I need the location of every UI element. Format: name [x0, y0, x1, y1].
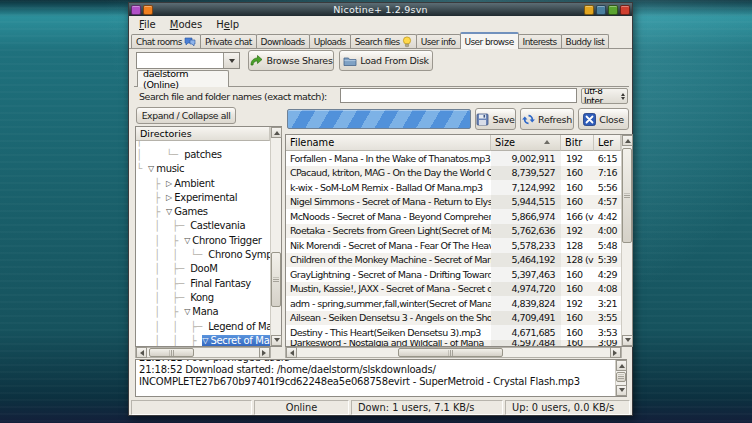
refresh-button[interactable]: Refresh: [520, 108, 574, 130]
scroll-left-button[interactable]: [286, 347, 297, 358]
tab-private-chat[interactable]: Private chat: [200, 34, 257, 49]
tree-item-legend-of-mana[interactable]: │ │ ├─ Legend of Mana: [136, 319, 270, 333]
file-row[interactable]: Ailsean - Seiken Densetsu 3 - Angels on …: [286, 311, 621, 326]
tab-chat-rooms[interactable]: Chat rooms: [131, 34, 201, 49]
expander-open-icon[interactable]: ▽: [184, 236, 190, 245]
log-vertical-scrollbar[interactable]: [615, 360, 626, 396]
scrollbar-thumb[interactable]: [149, 348, 194, 357]
file-row[interactable]: Roetaka - Secrets from Green Light(Secre…: [286, 224, 621, 239]
expander-closed-icon[interactable]: ▷: [166, 179, 172, 188]
save-label: Save: [492, 114, 514, 125]
tree-item-kong[interactable]: │ ├─ Kong: [136, 290, 270, 304]
username-combobox[interactable]: [136, 52, 240, 69]
scroll-right-button[interactable]: [610, 347, 621, 358]
scroll-up-button[interactable]: [616, 360, 627, 371]
username-entry[interactable]: [137, 53, 223, 68]
expander-open-icon[interactable]: ▽: [184, 307, 190, 316]
tab-search-files[interactable]: Search files: [350, 34, 417, 49]
scroll-right-button[interactable]: [259, 347, 270, 358]
tree-item-mana[interactable]: │ ├ ▽Mana: [136, 305, 270, 319]
expander-open-icon[interactable]: ▽: [148, 164, 154, 173]
scroll-left-button[interactable]: [136, 347, 147, 358]
expander-closed-icon[interactable]: ▷: [166, 193, 172, 202]
menu-file[interactable]: File: [132, 18, 163, 31]
cell-bitr: 192: [561, 224, 594, 239]
close-button[interactable]: Close: [578, 108, 629, 130]
expander-open-icon[interactable]: ▽: [202, 336, 208, 345]
minimize-button[interactable]: [596, 5, 606, 15]
tree-item-games[interactable]: ├ ▽Games: [136, 204, 270, 218]
scroll-down-button[interactable]: [616, 385, 627, 396]
column-header-length[interactable]: Ler: [594, 135, 621, 151]
file-row[interactable]: Children of the Monkey Machine - Secret …: [286, 253, 621, 268]
expander-open-icon[interactable]: ▽: [166, 207, 172, 216]
file-row[interactable]: CPacaud, ktriton, MAG - On the Day the W…: [286, 166, 621, 181]
tab-downloads[interactable]: Downloads: [256, 34, 310, 49]
tree-item-castlevania[interactable]: │ ├─ Castlevania: [136, 219, 270, 233]
tree-item-final-fantasy[interactable]: │ ├─ Final Fantasy: [136, 276, 270, 290]
user-browse-tab-daelstorm[interactable]: daelstorm (Online): [137, 70, 229, 87]
encoding-select[interactable]: utf-8 Inter: [581, 88, 628, 104]
menu-modes[interactable]: Modes: [163, 18, 209, 31]
file-row[interactable]: Destiny - This Heart(Seiken Densetsu 3).…: [286, 325, 621, 340]
cell-name: Mustin, Kassie!, JAXX - Secret of Mana -…: [286, 282, 491, 297]
tree-item-secret-of-mana[interactable]: │ │ ├ ▽Secret of Mana: [136, 333, 270, 346]
scroll-down-button[interactable]: [271, 335, 282, 346]
file-row[interactable]: Darkesword - Nostalgia and Wildcall - of…: [286, 340, 621, 346]
scrollbar-thumb[interactable]: [616, 372, 626, 382]
tree-item-chrono-symphonic[interactable]: │ │ └─ Chrono Symphonic: [136, 247, 270, 261]
file-row[interactable]: Nigel Simmons - Secret of Mana - Return …: [286, 195, 621, 210]
shade-button[interactable]: [584, 5, 594, 15]
browse-shares-button[interactable]: Browse Shares: [248, 50, 334, 71]
combo-dropdown-button[interactable]: [223, 53, 239, 68]
tab-uploads[interactable]: Uploads: [309, 34, 351, 49]
file-list-horizontal-scrollbar[interactable]: [285, 347, 622, 358]
menu-help[interactable]: Help: [209, 18, 246, 31]
file-row[interactable]: McNoods - Secret of Mana - Beyond Compre…: [286, 209, 621, 224]
cell-size: 5,397,463: [491, 267, 561, 282]
file-row[interactable]: adm - spring,summer,fall,winter(Secret o…: [286, 296, 621, 311]
scroll-down-button[interactable]: [622, 335, 633, 346]
tree-item-chrono-trigger[interactable]: │ ├ ▽Chrono Trigger: [136, 233, 270, 247]
tree-item-music[interactable]: └ ▽music: [136, 162, 270, 176]
file-row[interactable]: Forfallen - Mana - In the Wake of Thanat…: [286, 151, 621, 166]
load-from-disk-button[interactable]: Load From Disk: [339, 50, 433, 71]
tree-horizontal-scrollbar[interactable]: [135, 347, 271, 358]
file-row[interactable]: k-wix - SoM-LoM Remix - Ballad Of Mana.m…: [286, 180, 621, 195]
window-sticky-icon[interactable]: [143, 5, 153, 15]
scrollbar-thumb[interactable]: [271, 252, 281, 307]
tab-user-browse[interactable]: User browse: [460, 32, 519, 49]
close-button[interactable]: [620, 5, 630, 15]
window-menu-icon[interactable]: [131, 5, 141, 15]
file-row[interactable]: Nik Morendi - Secret of Mana - Fear Of T…: [286, 238, 621, 253]
directories-column-header[interactable]: Directories: [136, 127, 270, 141]
scrollbar-thumb[interactable]: [622, 148, 632, 243]
file-row[interactable]: GrayLightning - Secret of Mana - Driftin…: [286, 267, 621, 282]
file-list-vertical-scrollbar[interactable]: [621, 135, 632, 346]
search-input[interactable]: [340, 88, 577, 103]
tree-item-ambient[interactable]: ├ ▷Ambient: [136, 176, 270, 190]
save-button[interactable]: Save: [475, 108, 516, 130]
file-row[interactable]: Mustin, Kassie!, JAXX - Secret of Mana -…: [286, 282, 621, 297]
tab-label: Uploads: [314, 37, 346, 47]
scrollbar-thumb[interactable]: [398, 348, 503, 357]
tree-item-patches[interactable]: │ └─ patches: [136, 147, 270, 161]
scroll-up-button[interactable]: [271, 127, 282, 138]
column-header-size[interactable]: Size: [491, 135, 561, 151]
tab-buddy-list[interactable]: Buddy list: [561, 34, 610, 49]
tree-item-experimental[interactable]: ├ ▷Experimental: [136, 190, 270, 204]
tree-lines: │ ├: [136, 306, 184, 317]
tree-item-doom[interactable]: │ ├─ DooM: [136, 262, 270, 276]
tab-interests[interactable]: Interests: [518, 34, 562, 49]
window-title: Nicotine+ 1.2.9svn: [129, 4, 632, 15]
column-header-bitrate[interactable]: Bitr: [561, 135, 594, 151]
scroll-up-button[interactable]: [622, 135, 633, 146]
tab-user-info[interactable]: User info: [416, 34, 461, 49]
tree-lines: │ └─: [136, 149, 184, 160]
sort-ascending-icon: [544, 137, 550, 144]
tree-vertical-scrollbar[interactable]: [270, 127, 281, 346]
maximize-button[interactable]: [608, 5, 618, 15]
titlebar[interactable]: Nicotine+ 1.2.9svn: [129, 3, 632, 16]
column-header-filename[interactable]: Filename: [286, 135, 491, 151]
expand-collapse-button[interactable]: Expand / Collapse all: [136, 107, 236, 124]
